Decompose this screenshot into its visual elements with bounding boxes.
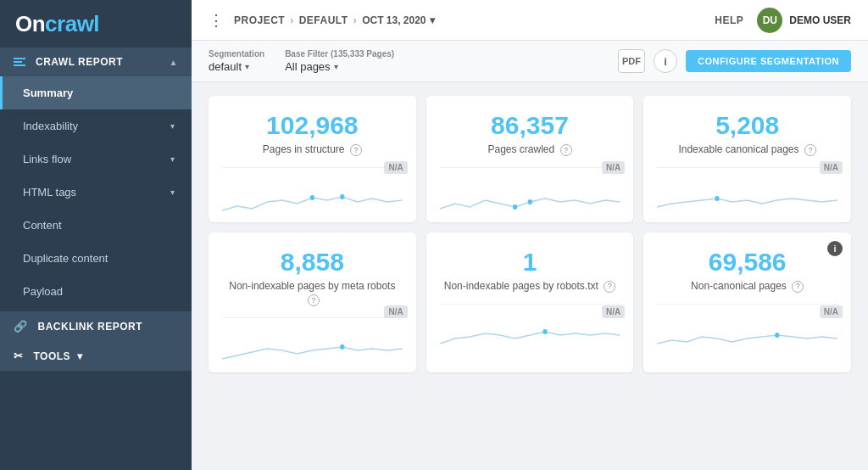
non-canonical-chart — [657, 313, 837, 350]
svg-point-5 — [340, 344, 344, 350]
link-icon: 🔗 — [14, 320, 28, 333]
sidebar-item-indexability[interactable]: Indexability ▾ — [0, 109, 192, 143]
segmentation-label: Segmentation — [209, 49, 264, 59]
breadcrumb-project: PROJECT — [234, 14, 285, 26]
sidebar: Oncrawl CRAWL REPORT ▲ Summary Indexabil… — [0, 0, 192, 470]
card-non-indexable-robots: 1 Non-indexable pages by robots.txt ? N/… — [426, 232, 634, 373]
base-filter-arrow-icon: ▾ — [334, 62, 338, 71]
content-area: 102,968 Pages in structure ? N/A 86,357 … — [192, 82, 868, 470]
topbar-right: HELP DU DEMO USER — [715, 8, 851, 33]
svg-point-3 — [527, 199, 531, 204]
breadcrumb-sep2: › — [353, 14, 358, 26]
base-filter-value: All pages — [285, 60, 330, 73]
sidebar-item-summary[interactable]: Summary — [0, 76, 192, 109]
segmentation-select[interactable]: default ▾ — [209, 60, 264, 73]
card-info-icon[interactable]: i — [827, 241, 843, 256]
user-button[interactable]: DU DEMO USER — [757, 8, 851, 33]
base-filter: Base filter (135,333 pages) All pages ▾ — [285, 49, 394, 73]
non-indexable-robots-number: 1 — [523, 248, 537, 276]
card-non-indexable-meta: 8,858 Non-indexable pages by meta robots… — [209, 232, 416, 373]
help-button[interactable]: HELP — [715, 14, 743, 26]
na-badge: N/A — [820, 305, 843, 318]
divider — [222, 317, 403, 318]
sidebar-item-links-flow[interactable]: Links flow ▾ — [0, 143, 192, 176]
breadcrumb-sep1: › — [290, 14, 294, 26]
menu-dots-icon[interactable]: ⋮ — [209, 11, 224, 30]
crawl-report-label: CRAWL REPORT — [36, 56, 123, 68]
segmentation-value: default — [209, 60, 242, 73]
non-canonical-help-icon[interactable]: ? — [792, 281, 804, 293]
svg-point-6 — [542, 329, 547, 334]
breadcrumb-date: OCT 13, 2020 — [362, 14, 426, 26]
na-badge: N/A — [602, 161, 625, 174]
configure-segmentation-button[interactable]: CONFIGURE SEGMENTATION — [686, 50, 851, 72]
html-tags-label: HTML tags — [23, 186, 76, 199]
cards-row-1: 102,968 Pages in structure ? N/A 86,357 … — [209, 96, 851, 222]
svg-point-1 — [340, 194, 344, 199]
divider — [657, 167, 837, 168]
indexable-canonical-number: 5,208 — [715, 111, 779, 139]
non-indexable-robots-help-icon[interactable]: ? — [604, 281, 615, 293]
cards-row-2: 8,858 Non-indexable pages by meta robots… — [209, 232, 851, 373]
backlink-report-header[interactable]: 🔗 BACKLINK REPORT — [0, 311, 192, 341]
non-indexable-meta-help-icon[interactable]: ? — [308, 294, 320, 306]
indexable-canonical-help-icon[interactable]: ? — [804, 144, 816, 156]
breadcrumb-default: DEFAULT — [299, 14, 348, 26]
chevron-down-icon: ▾ — [170, 121, 175, 131]
sidebar-item-payload[interactable]: Payload — [0, 275, 192, 308]
divider — [657, 304, 837, 305]
logo-on: On — [15, 11, 45, 36]
na-badge: N/A — [820, 161, 843, 174]
segmentation-arrow-icon: ▾ — [245, 62, 249, 71]
info-button[interactable]: i — [654, 49, 677, 73]
sidebar-item-duplicate-content[interactable]: Duplicate content — [0, 242, 192, 275]
base-filter-label: Base filter (135,333 pages) — [285, 49, 394, 59]
svg-point-7 — [775, 333, 779, 338]
pages-crawled-chart — [440, 176, 620, 214]
tools-icon: ✂ — [14, 350, 24, 362]
summary-label: Summary — [23, 87, 73, 99]
pages-crawled-number: 86,357 — [491, 111, 569, 139]
filterbar: Segmentation default ▾ Base filter (135,… — [192, 41, 868, 82]
payload-label: Payload — [23, 285, 63, 298]
segmentation-filter: Segmentation default ▾ — [209, 49, 264, 73]
crawl-report-header[interactable]: CRAWL REPORT ▲ — [0, 48, 192, 76]
non-indexable-meta-label: Non-indexable pages by meta robots ? — [222, 279, 403, 308]
base-filter-select[interactable]: All pages ▾ — [285, 60, 394, 73]
sidebar-item-content[interactable]: Content — [0, 209, 192, 242]
topbar: ⋮ PROJECT › DEFAULT › OCT 13, 2020 ▾ HEL… — [192, 0, 868, 41]
svg-point-2 — [513, 204, 517, 210]
backlink-report-label: BACKLINK REPORT — [38, 321, 143, 333]
chevron-down-icon: ▾ — [170, 187, 175, 197]
non-indexable-meta-chart — [222, 327, 403, 364]
filterbar-actions: PDF i CONFIGURE SEGMENTATION — [618, 49, 851, 73]
tools-header[interactable]: ✂ TOOLS ▾ — [0, 341, 192, 371]
na-badge: N/A — [384, 161, 407, 174]
indexability-label: Indexability — [23, 120, 78, 132]
svg-point-4 — [715, 196, 720, 201]
logo-text: Oncrawl — [15, 11, 99, 37]
logo: Oncrawl — [0, 0, 192, 48]
non-indexable-robots-label: Non-indexable pages by robots.txt ? — [444, 279, 615, 294]
breadcrumb-date-dropdown[interactable]: OCT 13, 2020 ▾ — [362, 14, 434, 26]
card-indexable-canonical: 5,208 Indexable canonical pages ? N/A — [643, 96, 851, 222]
pages-crawled-label: Pages crawled ? — [487, 143, 571, 157]
pages-in-structure-help-icon[interactable]: ? — [350, 144, 362, 156]
sidebar-item-html-tags[interactable]: HTML tags ▾ — [0, 176, 192, 209]
avatar: DU — [757, 8, 782, 33]
user-name: DEMO USER — [789, 14, 851, 26]
card-pages-crawled: 86,357 Pages crawled ? N/A — [426, 96, 634, 222]
duplicate-content-label: Duplicate content — [23, 252, 108, 265]
pages-crawled-help-icon[interactable]: ? — [560, 144, 572, 156]
main-content: ⋮ PROJECT › DEFAULT › OCT 13, 2020 ▾ HEL… — [192, 0, 868, 470]
pdf-button[interactable]: PDF — [618, 49, 645, 73]
divider — [440, 304, 620, 305]
card-pages-in-structure: 102,968 Pages in structure ? N/A — [209, 96, 416, 222]
bar-chart-icon — [14, 58, 25, 66]
divider — [222, 167, 403, 168]
pages-in-structure-chart — [222, 176, 403, 214]
pages-in-structure-label: Pages in structure ? — [263, 143, 362, 157]
dropdown-arrow-icon: ▾ — [430, 14, 435, 26]
non-canonical-label: Non-canonical pages ? — [691, 279, 804, 294]
links-flow-label: Links flow — [23, 153, 71, 165]
